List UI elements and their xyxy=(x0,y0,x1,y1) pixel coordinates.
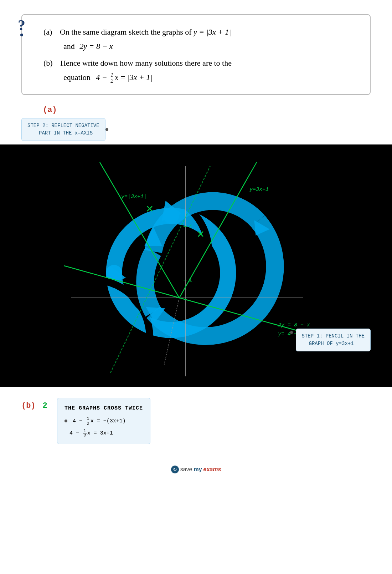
and-text: and xyxy=(63,42,75,51)
eq1-dot xyxy=(65,420,67,422)
eq3-text: equation xyxy=(63,73,91,82)
step2-line1: STEP 2: REFLECT NEGATIVE xyxy=(27,123,99,128)
part-b-labels: (b) 2 xyxy=(21,398,50,410)
step1-container: STEP 1: PENCIL IN THE GRAPH OF y=3x+1 xyxy=(290,329,371,351)
part-b-label: (b) xyxy=(21,401,36,410)
section-a-label: (a) xyxy=(43,106,392,115)
part-b-row: (b) 2 THE GRAPHS CROSS TWICE 4 − 12x = −… xyxy=(21,398,371,444)
step2-box: STEP 2: REFLECT NEGATIVE PART IN THE x–A… xyxy=(21,118,105,141)
step2-line2: PART IN THE x–AXIS xyxy=(39,130,93,136)
linear-label-1: 2y = 8 − x xyxy=(278,322,310,328)
answer-eq1-row: 4 − 12x = −(3x+1) xyxy=(65,416,143,427)
part-b-label: (b) xyxy=(43,59,53,67)
eq1-display: y = |3x + 1| xyxy=(194,27,231,36)
graph-area: 4 1 y=|3x+1| y=3x+1 2y = 8 − x y= 4 − ½x xyxy=(0,144,392,387)
step1-line1: STEP 1: PENCIL IN THE xyxy=(302,333,365,339)
answer-eq1: 4 − 12x = −(3x+1) xyxy=(73,418,126,424)
footer-brand: ↻ save my exams xyxy=(171,466,221,473)
abs-val-label: y=|3x+1| xyxy=(121,194,147,200)
step2-dot xyxy=(105,128,108,131)
step1-line2: GRAPH OF y=3x+1 xyxy=(309,341,354,346)
step1-box: STEP 1: PENCIL IN THE GRAPH OF y=3x+1 xyxy=(296,329,371,351)
exams-text: exams xyxy=(203,466,221,473)
part-a-text: On the same diagram sketch the graphs of xyxy=(60,27,192,36)
question-icon: ? xyxy=(18,18,25,36)
question-box: (a) On the same diagram sketch the graph… xyxy=(21,14,371,95)
answer-box: THE GRAPHS CROSS TWICE 4 − 12x = −(3x+1)… xyxy=(57,398,150,444)
question-and-line: and 2y = 8 − x xyxy=(63,39,356,54)
question-dot xyxy=(20,34,23,36)
question-part-a: (a) On the same diagram sketch the graph… xyxy=(43,25,356,39)
eq3-expr: 4 − 12x = |3x + 1| xyxy=(96,73,152,82)
equation-line: equation 4 − 12x = |3x + 1| xyxy=(63,70,356,85)
question-mark: ? xyxy=(18,18,25,33)
answer-display: 2 xyxy=(43,401,47,410)
footer: ↻ save my exams xyxy=(0,458,392,481)
y-label-4: 4 xyxy=(189,224,192,230)
bottom-section: (b) 2 THE GRAPHS CROSS TWICE 4 − 12x = −… xyxy=(0,387,392,455)
step1-dot xyxy=(290,331,293,334)
brand-icon: ↻ xyxy=(171,466,179,473)
answer-eq2: 4 − 12x = 3x+1 xyxy=(65,430,113,436)
step2-container: STEP 2: REFLECT NEGATIVE PART IN THE x–A… xyxy=(21,118,105,141)
part-a-label: (a) xyxy=(43,27,52,36)
eq2-display: 2y = 8 − x xyxy=(79,42,113,51)
answer-box-header: THE GRAPHS CROSS TWICE xyxy=(65,403,143,414)
answer-eq2-row: 4 − 12x = 3x+1 xyxy=(65,428,143,439)
part-b-text: Hence write down how many solutions ther… xyxy=(60,59,232,67)
question-part-b: (b) Hence write down how many solutions … xyxy=(43,56,356,70)
y-label-1: 1 xyxy=(189,277,192,283)
save-text: save xyxy=(180,466,192,473)
line-label: y=3x+1 xyxy=(249,187,269,193)
my-text: my xyxy=(194,466,202,473)
